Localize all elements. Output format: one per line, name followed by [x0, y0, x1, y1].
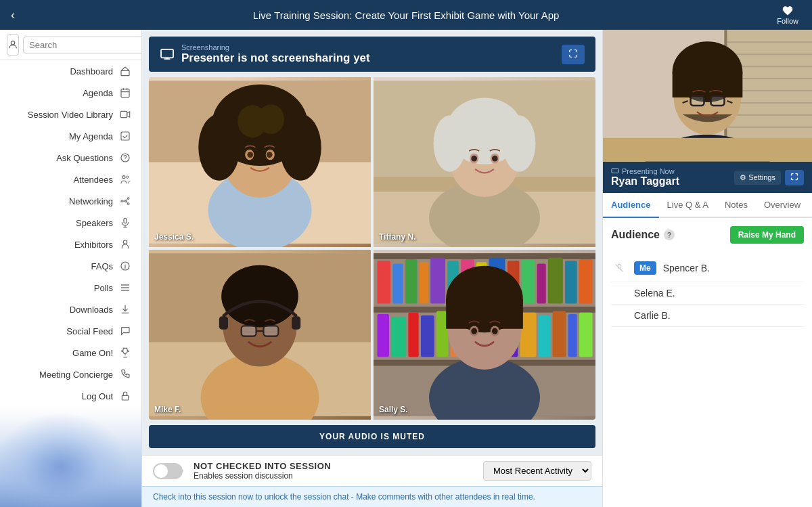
screenshare-label: Screensharing [181, 43, 370, 51]
sidebar-item-meeting-concierge[interactable]: Meeting Concierge [0, 363, 141, 385]
svg-rect-14 [124, 218, 127, 223]
sidebar-item-logout[interactable]: Log Out [0, 385, 141, 407]
svg-point-45 [434, 116, 466, 172]
svg-point-30 [198, 114, 240, 180]
svg-rect-4 [120, 111, 127, 117]
svg-rect-22 [122, 395, 128, 400]
raise-hand-button[interactable]: Raise My Hand [730, 226, 804, 244]
screenshare-status-text: Presenter is not screensharing yet [181, 51, 370, 65]
settings-button[interactable]: ⚙ Settings [734, 171, 781, 185]
session-toggle[interactable] [153, 463, 183, 479]
tab-overview[interactable]: Overview [756, 193, 809, 218]
sidebar-item-speakers[interactable]: Speakers [0, 212, 141, 234]
profile-button[interactable] [7, 34, 19, 56]
svg-point-49 [471, 156, 477, 162]
tab-live-qa[interactable]: Live Q & A [659, 193, 717, 218]
sidebar-item-exhibitors[interactable]: Exhibitors [0, 234, 141, 255]
help-icon[interactable]: ? [664, 229, 675, 240]
activity-select[interactable]: Most Recent ActivityMost PopularOldest F… [483, 461, 591, 481]
svg-rect-69 [405, 259, 417, 304]
svg-rect-70 [420, 262, 428, 303]
audience-member-carlie: Carlie B. [611, 305, 804, 327]
svg-rect-71 [430, 258, 445, 304]
svg-rect-93 [539, 315, 550, 357]
svg-rect-80 [565, 261, 577, 303]
search-input[interactable] [23, 37, 142, 53]
sidebar-item-agenda[interactable]: Agenda [0, 82, 141, 104]
svg-line-133 [616, 265, 623, 272]
follow-label: Follow [777, 17, 798, 25]
sidebar-item-ask-questions[interactable]: Ask Questions [0, 147, 141, 169]
lock-icon [120, 391, 131, 401]
network-icon [120, 196, 131, 206]
audience-member-selena: Selena E. [611, 282, 804, 305]
tab-notes[interactable]: Notes [717, 193, 756, 218]
monitor-small-icon [611, 168, 619, 175]
sidebar-item-dashboard[interactable]: Dashboard [0, 60, 141, 82]
video-name-mike: Mike F. [154, 405, 181, 414]
screenshare-expand-button[interactable] [562, 45, 585, 64]
video-cell-mike: Mike F. [149, 250, 371, 420]
sidebar-item-my-agenda[interactable]: My Agenda [0, 125, 141, 147]
member-name-carlie: Carlie B. [634, 310, 671, 321]
top-header: ‹ Live Training Session: Create Your Fir… [0, 0, 812, 30]
back-button[interactable]: ‹ [11, 8, 15, 22]
session-check-text: NOT CHECKED INTO SESSION Enables session… [194, 461, 331, 481]
svg-rect-131 [612, 169, 618, 173]
sidebar-item-session-video-library[interactable]: Session Video Library [0, 104, 141, 125]
presenter-expand-button[interactable] [785, 170, 804, 185]
mic-icon [120, 217, 131, 228]
audience-member-spencer: Me Spencer B. [611, 255, 804, 282]
svg-rect-2 [121, 70, 129, 75]
session-title: Live Training Session: Create Your First… [253, 9, 560, 21]
video-area: Screensharing Presenter is not screensha… [142, 30, 602, 455]
sidebar-item-networking[interactable]: Networking [0, 190, 141, 212]
chat-icon [120, 326, 131, 336]
svg-point-7 [125, 160, 125, 160]
video-grid: Jessica S. [149, 77, 595, 420]
sidebar-item-attendees[interactable]: Attendees [0, 169, 141, 190]
svg-rect-5 [121, 132, 129, 140]
video-name-jessica: Jessica S. [154, 232, 194, 242]
presenting-info: Presenting Now Ryan Taggart [611, 167, 679, 188]
svg-rect-95 [568, 314, 577, 357]
right-panel: Presenting Now Ryan Taggart ⚙ Settings A… [602, 30, 812, 507]
sidebar-item-game-on[interactable]: Game On! [0, 342, 141, 363]
video-cell-jessica: Jessica S. [149, 77, 371, 247]
audience-header: Audience ? Raise My Hand [611, 226, 804, 244]
phone-icon [120, 369, 131, 380]
sidebar: Dashboard Agenda Session Video Library M… [0, 30, 142, 507]
svg-rect-127 [710, 96, 724, 106]
question-circle-icon [120, 152, 131, 163]
audience-panel: Audience ? Raise My Hand Me Spencer B. [603, 218, 812, 507]
sidebar-item-polls[interactable]: Polls [0, 277, 141, 299]
svg-rect-96 [579, 313, 593, 357]
svg-rect-101 [446, 299, 523, 329]
me-badge: Me [634, 261, 656, 275]
sidebar-decoration [0, 407, 141, 507]
svg-rect-84 [408, 313, 418, 357]
tab-audience[interactable]: Audience [603, 193, 659, 218]
member-name-spencer: Spencer B. [663, 263, 710, 273]
screenshare-bar: Screensharing Presenter is not screensha… [149, 37, 595, 72]
svg-rect-68 [392, 264, 403, 304]
svg-point-36 [247, 152, 253, 158]
exhibitor-icon [120, 239, 131, 250]
chat-info-bar: Check into this session now to unlock th… [142, 486, 602, 507]
svg-rect-126 [691, 96, 704, 106]
follow-button[interactable]: Follow [777, 5, 798, 25]
monitor-icon [160, 48, 175, 60]
svg-point-37 [267, 152, 273, 158]
panel-tabs: Audience Live Q & A Notes Overview Recom… [603, 193, 812, 218]
sidebar-item-faqs[interactable]: FAQs [0, 255, 141, 277]
presenter-video [603, 30, 812, 162]
tab-more[interactable]: Recomm... [809, 193, 812, 217]
mute-icon-spencer [611, 260, 627, 276]
svg-point-10 [121, 200, 123, 202]
svg-point-105 [492, 328, 498, 334]
sidebar-item-social-feed[interactable]: Social Feed [0, 320, 141, 342]
svg-rect-85 [421, 315, 434, 357]
svg-point-15 [123, 240, 127, 244]
svg-point-56 [221, 265, 298, 328]
sidebar-item-downloads[interactable]: Downloads [0, 299, 141, 320]
